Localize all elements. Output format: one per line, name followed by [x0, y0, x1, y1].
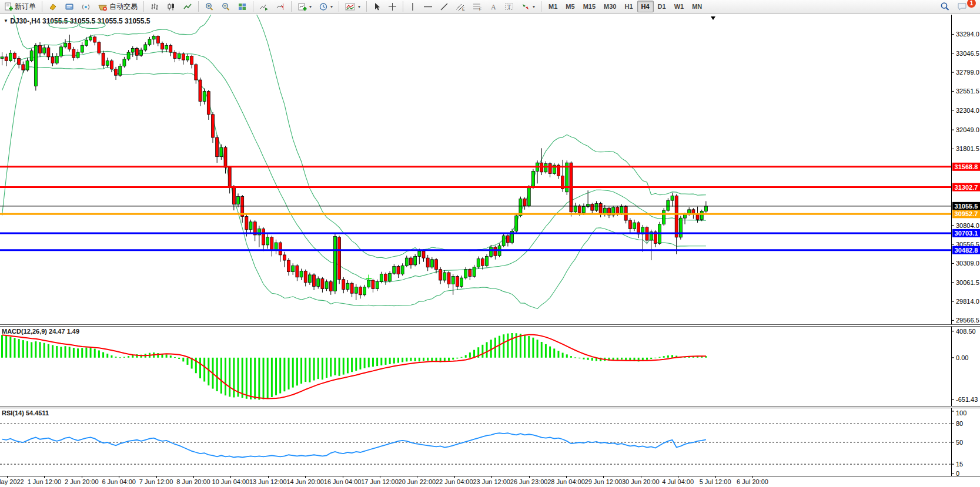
fibonacci-button[interactable]: F — [470, 1, 486, 12]
line-chart-button[interactable] — [180, 1, 195, 12]
search-button[interactable] — [937, 1, 953, 12]
timeframe-D1[interactable]: D1 — [654, 1, 670, 12]
svg-text:A: A — [491, 3, 496, 11]
zoom-in-button[interactable] — [202, 1, 217, 12]
separator — [339, 1, 339, 12]
new-order-label: 新订单 — [15, 2, 36, 12]
chart-shift-button[interactable] — [273, 1, 288, 12]
time-label: 17 Jun 12:00 — [361, 478, 399, 485]
auto-trading-button[interactable]: 自动交易 — [95, 1, 141, 12]
macd-label: MACD(12,26,9) 24.47 1.49 — [2, 328, 79, 335]
cursor-button[interactable] — [370, 1, 384, 12]
time-label: 30 Jun 20:00 — [622, 478, 660, 485]
time-label: 28 Jun 04:00 — [547, 478, 585, 485]
timeframe-W1[interactable]: W1 — [670, 1, 688, 12]
signal-icon — [81, 2, 91, 11]
svg-text:32799.0: 32799.0 — [956, 69, 979, 76]
cross-marker — [366, 274, 372, 283]
time-label: 23 Jun 12:00 — [473, 478, 510, 485]
macd-panel[interactable]: 408.500.00-651.43 — [0, 327, 980, 406]
dropdown-caret: ▾ — [358, 4, 360, 9]
candlestick-chart-icon — [166, 2, 176, 11]
chat-icon — [957, 2, 968, 11]
svg-text:408.50: 408.50 — [956, 328, 976, 335]
time-label: 14 Jun 20:00 — [286, 478, 324, 485]
text-label-button[interactable]: T — [501, 1, 517, 12]
text-button[interactable]: A — [487, 1, 500, 12]
candlestick-chart-button[interactable] — [163, 1, 179, 12]
auto-trading-label: 自动交易 — [109, 2, 138, 12]
svg-text:30061.5: 30061.5 — [956, 279, 979, 286]
navigator-button[interactable] — [62, 1, 77, 12]
timeframe-H4[interactable]: H4 — [637, 1, 654, 12]
panel-splitter[interactable] — [0, 324, 980, 327]
dropdown-caret: ▾ — [533, 4, 535, 9]
time-label: 4 Jul 04:00 — [662, 478, 694, 485]
time-label: 6 Jul 20:00 — [737, 478, 768, 485]
time-label: 1 May 2022 — [0, 478, 24, 485]
vertical-line-button[interactable] — [406, 1, 419, 12]
time-label: 26 Jun 23:00 — [510, 478, 548, 485]
auto-scroll-button[interactable] — [256, 1, 272, 12]
time-label: 5 Jul 12:00 — [700, 478, 731, 485]
time-label: 10 Jun 04:00 — [212, 478, 250, 485]
new-chart-dropdown[interactable]: ▾ — [295, 1, 315, 12]
timeframe-M1[interactable]: M1 — [544, 1, 561, 12]
macd-histogram — [1, 333, 707, 399]
time-axis[interactable]: 1 May 20221 Jun 12:002 Jun 20:006 Jun 04… — [0, 476, 980, 487]
crosshair-icon — [388, 2, 397, 11]
terminal-button[interactable] — [78, 1, 93, 12]
svg-text:T: T — [507, 4, 511, 10]
panel-splitter[interactable] — [0, 406, 980, 408]
chart-shift-icon — [276, 2, 285, 11]
chart-area: ▼ DJ30-,H4 31055.5 31055.5 31055.5 31055… — [0, 15, 980, 487]
chat-button[interactable]: 1 — [954, 1, 971, 12]
chart-symbol-period: DJ30-,H4 — [10, 17, 40, 25]
tile-windows-icon — [238, 2, 247, 11]
chart-shift-marker[interactable] — [711, 16, 715, 20]
trendline-button[interactable] — [437, 1, 451, 12]
separator — [143, 1, 144, 12]
zoom-in-icon — [205, 2, 214, 11]
main-price-chart[interactable]: 33294.033046.532799.032551.532304.032049… — [0, 15, 980, 324]
time-label: 20 Jun 22:00 — [399, 478, 436, 485]
symbol-triangle-icon: ▼ — [4, 18, 8, 23]
time-label: 8 Jun 20:00 — [176, 478, 210, 485]
navigator-icon — [65, 2, 74, 11]
equidistant-channel-button[interactable]: E — [453, 1, 469, 12]
svg-text:31055.5: 31055.5 — [955, 203, 978, 210]
market-watch-icon — [48, 2, 58, 11]
new-order-button[interactable]: 新订单 — [1, 1, 39, 12]
auto-scroll-icon — [259, 2, 269, 11]
timeframe-M5[interactable]: M5 — [561, 1, 578, 12]
rsi-panel[interactable]: 1008050150 — [0, 408, 980, 476]
separator — [198, 1, 199, 12]
bar-chart-button[interactable] — [147, 1, 162, 12]
equidistant-channel-icon: E — [456, 2, 466, 11]
svg-text:29814.0: 29814.0 — [956, 298, 979, 305]
zoom-out-button[interactable] — [218, 1, 233, 12]
period-dropdown[interactable]: ▾ — [316, 1, 336, 12]
svg-text:30703.1: 30703.1 — [955, 230, 978, 237]
text-label-icon: T — [504, 2, 514, 11]
crosshair-button[interactable] — [385, 1, 400, 12]
market-watch-button[interactable] — [45, 1, 61, 12]
indicators-dropdown[interactable]: ▾ — [342, 1, 363, 12]
search-icon — [940, 2, 950, 11]
separator — [253, 1, 253, 12]
timeframe-M15[interactable]: M15 — [579, 1, 600, 12]
new-order-icon — [4, 2, 13, 11]
svg-text:0: 0 — [956, 470, 959, 476]
timeframe-M30[interactable]: M30 — [600, 1, 620, 12]
arrows-dropdown[interactable]: ▾ — [518, 1, 538, 12]
timeframe-MN[interactable]: MN — [688, 1, 706, 12]
horizontal-line-button[interactable] — [420, 1, 436, 12]
chart-title: ▼ DJ30-,H4 31055.5 31055.5 31055.5 31055… — [4, 17, 150, 25]
separator — [366, 1, 367, 12]
tile-windows-button[interactable] — [235, 1, 250, 12]
bar-chart-icon — [150, 2, 159, 11]
line-chart-icon — [183, 2, 192, 11]
svg-text:33046.5: 33046.5 — [956, 50, 979, 57]
timeframe-H1[interactable]: H1 — [620, 1, 637, 12]
svg-text:50: 50 — [956, 439, 963, 446]
